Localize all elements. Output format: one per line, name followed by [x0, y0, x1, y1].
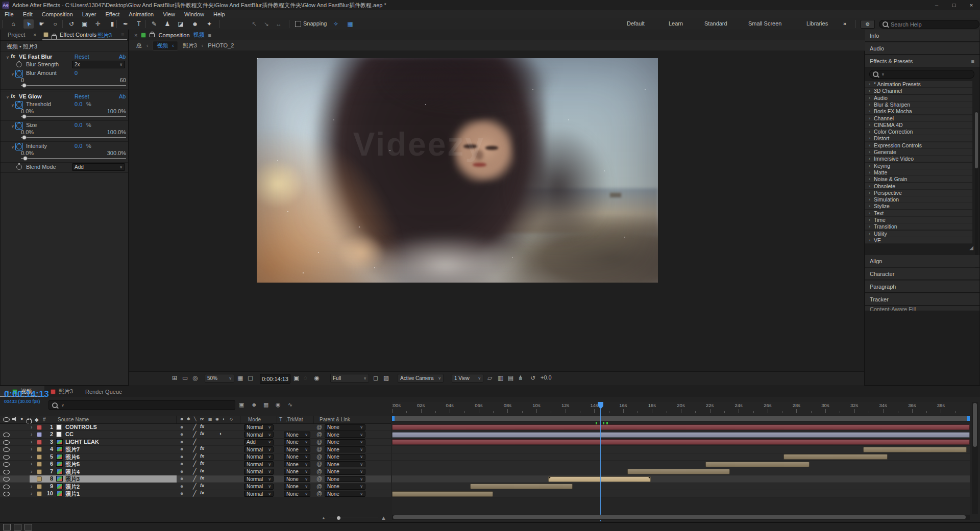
- maximize-button[interactable]: □: [945, 0, 963, 10]
- preview-quality-icon[interactable]: ▤: [508, 374, 513, 382]
- scrollbar-thumb[interactable]: [393, 515, 966, 519]
- layer-expander-icon[interactable]: ›: [31, 484, 32, 489]
- effect-expander-icon[interactable]: ∨: [6, 95, 9, 99]
- blend-mode-select[interactable]: Normal∨: [244, 432, 274, 438]
- workspace-standard[interactable]: Standard: [704, 20, 727, 27]
- panel-header-effects-presets[interactable]: Effects & Presets≡: [865, 55, 979, 67]
- help-search-input[interactable]: Search Help: [879, 20, 979, 29]
- blend-mode-select[interactable]: Normal∨: [244, 476, 274, 482]
- roto-brush-tool-icon[interactable]: ☻: [190, 19, 200, 29]
- blend-mode-select[interactable]: Normal∨: [244, 454, 274, 460]
- mask-visibility-icon[interactable]: ▢: [248, 374, 253, 382]
- category-perspective[interactable]: ›Perspective: [865, 190, 972, 196]
- layer-name[interactable]: 照片6: [65, 453, 80, 461]
- transparency-grid-icon[interactable]: ▨: [383, 374, 389, 382]
- blend-mode-select[interactable]: Normal∨: [244, 461, 274, 467]
- stopwatch-icon[interactable]: [16, 123, 22, 129]
- effects-presets-search-input[interactable]: ∨: [869, 70, 974, 79]
- breadcrumb-item-active[interactable]: 视频‹: [153, 41, 178, 50]
- category-text[interactable]: ›Text: [865, 210, 972, 217]
- layer-row-照片4[interactable]: ›7照片4☻╱fxNormal∨None∨@None∨: [0, 468, 391, 476]
- category-cinema-4d[interactable]: ›CINEMA 4D: [865, 122, 972, 129]
- menu-composition[interactable]: Composition: [37, 11, 78, 17]
- effect-expander-icon[interactable]: ∨: [6, 55, 9, 60]
- layer-expander-icon[interactable]: ›: [31, 476, 32, 482]
- project-tab[interactable]: Project: [8, 32, 25, 38]
- layer-label-chip[interactable]: [37, 447, 42, 452]
- layer-label-chip[interactable]: [37, 476, 42, 482]
- category-distort[interactable]: ›Distort: [865, 135, 972, 142]
- stopwatch-icon[interactable]: [15, 143, 23, 150]
- layer-bar-light-leak[interactable]: [392, 439, 970, 445]
- rectangle-tool-icon[interactable]: ▮: [107, 19, 117, 29]
- timeline-graph[interactable]: :00s02s04s06s08s10s12s14s16s18s20s22s24s…: [392, 402, 970, 521]
- axis-world-icon[interactable]: ↘: [261, 19, 272, 29]
- blend-mode-select[interactable]: Normal∨: [244, 484, 274, 490]
- category-immersive-video[interactable]: ›Immersive Video: [865, 156, 972, 162]
- snap-grid-icon[interactable]: ▦: [345, 19, 355, 29]
- layer-row-照片7[interactable]: ›4照片7☻╱fxNormal∨None∨@None∨: [0, 446, 391, 453]
- trkmat-select[interactable]: None∨: [284, 461, 310, 467]
- inout-pane-icon[interactable]: [24, 524, 32, 530]
- pixel-aspect-icon[interactable]: ▥: [498, 374, 503, 382]
- layer-bar-照片6[interactable]: [783, 454, 888, 460]
- layer-name[interactable]: 照片3: [65, 475, 80, 483]
- parent-pickwhip-icon[interactable]: @: [316, 431, 322, 437]
- fx-switch-icon[interactable]: fx: [200, 424, 204, 429]
- quality-switch-icon[interactable]: ╱: [193, 424, 197, 431]
- share-view-icon[interactable]: ▱: [487, 374, 492, 382]
- draft-3d-icon[interactable]: ▣: [239, 401, 244, 408]
- layer-row-照片1[interactable]: ›10照片1☻╱fxNormal∨None∨@None∨: [0, 490, 391, 498]
- parent-select[interactable]: None∨: [325, 432, 365, 438]
- category--animation-presets[interactable]: ›* Animation Presets: [865, 81, 972, 88]
- layer-name[interactable]: CC: [65, 431, 74, 437]
- slider-track[interactable]: [21, 137, 126, 138]
- layer-expander-icon[interactable]: ›: [31, 446, 32, 452]
- layer-bar-照片7[interactable]: [863, 447, 967, 452]
- blend-mode-select[interactable]: Normal∨: [244, 424, 274, 431]
- parent-pickwhip-icon[interactable]: @: [316, 424, 322, 430]
- parent-select[interactable]: None∨: [325, 461, 365, 467]
- shy-switch-icon[interactable]: ☻: [180, 484, 184, 489]
- category-matte[interactable]: ›Matte: [865, 169, 972, 176]
- timeline-zoom-handle[interactable]: [337, 516, 340, 520]
- brush-tool-icon[interactable]: ✎: [149, 19, 159, 29]
- panel-header-audio[interactable]: Audio: [865, 42, 979, 55]
- layer-row-照片3[interactable]: ›8照片3☻╱fxNormal∨None∨@None∨: [0, 475, 391, 483]
- quality-switch-icon[interactable]: ╱: [193, 461, 197, 467]
- quality-switch-icon[interactable]: ╱: [193, 453, 197, 460]
- layer-label-chip[interactable]: [37, 462, 42, 467]
- minimize-button[interactable]: –: [928, 0, 945, 10]
- category-noise-grain[interactable]: ›Noise & Grain: [865, 176, 972, 183]
- panel-header-tracker[interactable]: Tracker: [865, 293, 979, 306]
- parent-select[interactable]: None∨: [325, 424, 365, 431]
- video-toggle-eye-icon[interactable]: [3, 440, 10, 445]
- layer-label-chip[interactable]: [37, 454, 42, 460]
- layer-bar-照片2[interactable]: [470, 484, 573, 489]
- stopwatch-icon[interactable]: [16, 71, 22, 77]
- panel-menu-icon[interactable]: ≡: [208, 32, 211, 38]
- pan-behind-tool-icon[interactable]: ✛: [93, 19, 103, 29]
- view-layout-select[interactable]: 1 View∨: [452, 374, 483, 383]
- composition-viewer[interactable]: Videezy: [129, 50, 864, 371]
- stopwatch-icon[interactable]: [16, 102, 22, 108]
- video-toggle-eye-icon[interactable]: [3, 470, 10, 474]
- fx-switch-icon[interactable]: fx: [200, 461, 204, 466]
- work-area-bar[interactable]: [392, 416, 970, 421]
- menu-view[interactable]: View: [158, 11, 180, 17]
- shy-switch-icon[interactable]: ☻: [180, 440, 184, 444]
- effect-controls-tab[interactable]: Effect Controls: [60, 32, 96, 38]
- grid-guides-icon[interactable]: ▦: [237, 374, 243, 382]
- prop-value[interactable]: 0: [75, 70, 78, 76]
- shy-switch-icon[interactable]: ☻: [180, 491, 184, 496]
- stopwatch-icon[interactable]: [15, 70, 23, 78]
- video-toggle-eye-icon[interactable]: [3, 455, 10, 460]
- playhead-line[interactable]: [600, 409, 601, 521]
- scrollbar-horizontal[interactable]: [392, 515, 970, 520]
- trkmat-select[interactable]: None∨: [284, 476, 310, 482]
- viewer-time-display[interactable]: 0:00:14:13: [260, 374, 290, 384]
- blend-mode-select[interactable]: Add∨: [244, 439, 274, 445]
- effect-header-0[interactable]: ∨fxVE Fast BlurResetAb: [1, 53, 128, 61]
- category-generate[interactable]: ›Generate: [865, 149, 972, 156]
- fx-switch-icon[interactable]: fx: [200, 453, 204, 459]
